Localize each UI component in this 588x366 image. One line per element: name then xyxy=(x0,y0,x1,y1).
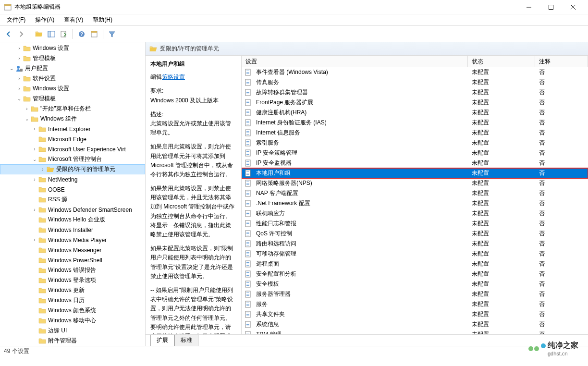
tree-item[interactable]: ›管理模板 xyxy=(0,53,145,63)
properties-button[interactable] xyxy=(88,28,100,40)
tree-item[interactable]: Windows Messenger xyxy=(0,245,145,255)
cell-state: 未配置 xyxy=(468,139,535,147)
menu-view[interactable]: 查看(V) xyxy=(59,14,88,25)
minimize-button[interactable] xyxy=(518,0,540,14)
tree-item[interactable]: ›Windows 设置 xyxy=(0,84,145,94)
tree-item[interactable]: ⌄Microsoft 管理控制台 xyxy=(0,154,145,164)
menu-file[interactable]: 文件(F) xyxy=(2,14,30,25)
tree-item[interactable]: 边缘 UI xyxy=(0,326,145,336)
col-setting[interactable]: 设置 xyxy=(242,56,468,67)
tree-toggle-icon[interactable]: › xyxy=(31,126,38,132)
menu-action[interactable]: 操作(A) xyxy=(30,14,59,25)
col-state[interactable]: 状态 xyxy=(468,56,535,67)
tree-item[interactable]: ›Microsoft User Experience Virt xyxy=(0,144,145,154)
tree-item[interactable]: RSS 源 xyxy=(0,195,145,205)
list-row[interactable]: 安全模板未配置否 xyxy=(242,279,588,289)
list-row[interactable]: QoS 许可控制未配置否 xyxy=(242,229,588,239)
tree-item[interactable]: ⌄Windows 组件 xyxy=(0,114,145,124)
list-row[interactable]: 路由和远程访问未配置否 xyxy=(242,239,588,249)
tree-toggle-icon[interactable]: ⌄ xyxy=(15,96,23,101)
filter-button[interactable] xyxy=(106,28,118,40)
tree-item[interactable]: Windows Hello 企业版 xyxy=(0,215,145,225)
tree-toggle-icon[interactable]: › xyxy=(39,167,47,172)
maximize-button[interactable] xyxy=(540,0,562,14)
desc-text-3: 如果禁用此策略设置，则禁止使用该管理单元，并且无法将其添加到 Microsoft… xyxy=(150,184,236,239)
tree-item[interactable]: 附件管理器 xyxy=(0,336,145,346)
show-hide-tree-button[interactable] xyxy=(46,28,57,40)
list-row[interactable]: 事件查看器 (Windows Vista)未配置否 xyxy=(242,67,588,77)
tree-item[interactable]: ›软件设置 xyxy=(0,73,145,84)
tree-toggle-icon[interactable]: › xyxy=(31,207,38,212)
back-button[interactable] xyxy=(3,28,14,40)
tree-item[interactable]: Windows 颜色系统 xyxy=(0,305,145,316)
tree-item[interactable]: Windows Installer xyxy=(0,225,145,235)
list-row[interactable]: IP 安全监视器未配置否 xyxy=(242,158,588,168)
tree-item[interactable]: Windows 移动中心 xyxy=(0,316,145,326)
tree-item[interactable]: Windows 日历 xyxy=(0,295,145,305)
tree-item[interactable]: ›NetMeeting xyxy=(0,174,145,184)
tree-item[interactable]: Windows 登录选项 xyxy=(0,275,145,285)
tree-item[interactable]: Microsoft Edge xyxy=(0,134,145,144)
list-row[interactable]: 共享文件夹未配置否 xyxy=(242,309,588,319)
list-row[interactable]: .Net Framework 配置未配置否 xyxy=(242,198,588,208)
tree-item[interactable]: Windows 更新 xyxy=(0,285,145,295)
list-row[interactable]: 性能日志和警报未配置否 xyxy=(242,219,588,229)
tree-item[interactable]: ›"开始"菜单和任务栏 xyxy=(0,104,145,114)
tree-toggle-icon[interactable]: › xyxy=(31,177,38,182)
tree-item[interactable]: Windows 错误报告 xyxy=(0,265,145,275)
list-row[interactable]: Internet 信息服务未配置否 xyxy=(242,128,588,138)
tree-item[interactable]: ›受限的/许可的管理单元 xyxy=(0,164,145,174)
cell-setting: 服务器管理器 xyxy=(252,290,468,298)
tree-toggle-icon[interactable]: ⌄ xyxy=(8,66,15,71)
cell-note: 否 xyxy=(535,88,588,97)
list-row[interactable]: Internet 身份验证服务 (IAS)未配置否 xyxy=(242,118,588,128)
list-row[interactable]: 远程桌面未配置否 xyxy=(242,259,588,269)
help-button[interactable]: ? xyxy=(76,28,87,40)
list-row[interactable]: 健康注册机构(HRA)未配置否 xyxy=(242,108,588,118)
list-row[interactable]: NAP 客户端配置未配置否 xyxy=(242,188,588,198)
tree-toggle-icon[interactable]: › xyxy=(31,146,38,152)
cell-note: 否 xyxy=(535,109,588,117)
list-row[interactable]: 服务器管理器未配置否 xyxy=(242,289,588,299)
tab-standard[interactable]: 标准 xyxy=(174,335,198,346)
tree-toggle-icon[interactable]: › xyxy=(15,56,23,61)
list-row[interactable]: 安全配置和分析未配置否 xyxy=(242,269,588,279)
tree-toggle-icon[interactable]: › xyxy=(15,86,23,91)
tree-toggle-icon[interactable]: › xyxy=(23,106,31,111)
tree-item[interactable]: OOBE xyxy=(0,184,145,195)
list-row[interactable]: 可移动存储管理未配置否 xyxy=(242,249,588,259)
tree-item[interactable]: ⌄管理模板 xyxy=(0,94,145,104)
tree-toggle-icon[interactable]: ⌄ xyxy=(23,116,31,122)
list-row[interactable]: IP 安全策略管理未配置否 xyxy=(242,148,588,158)
list-row[interactable]: 系统信息未配置否 xyxy=(242,319,588,329)
list-row[interactable]: 故障转移群集管理器未配置否 xyxy=(242,87,588,98)
list-row[interactable]: TPM 管理未配置否 xyxy=(242,329,588,334)
tree-item[interactable]: ⌄用户配置 xyxy=(0,63,145,73)
forward-button[interactable] xyxy=(15,28,27,40)
tree-panel: ›Windows 设置›管理模板⌄用户配置›软件设置›Windows 设置⌄管理… xyxy=(0,42,146,346)
col-note[interactable]: 注释 xyxy=(535,56,588,67)
list-row[interactable]: 本地用户和组未配置否 xyxy=(242,168,588,178)
list-row[interactable]: 传真服务未配置否 xyxy=(242,77,588,87)
list-row[interactable]: FrontPage 服务器扩展未配置否 xyxy=(242,98,588,108)
up-button[interactable] xyxy=(33,28,45,40)
tree-item[interactable]: ›Windows Media Player xyxy=(0,235,145,245)
menu-help[interactable]: 帮助(H) xyxy=(88,14,117,25)
export-button[interactable] xyxy=(58,28,70,40)
tree-item[interactable]: ›Windows Defender SmartScreen xyxy=(0,205,145,215)
tree-toggle-icon[interactable]: › xyxy=(15,76,23,81)
edit-policy-link[interactable]: 策略设置 xyxy=(162,73,185,80)
tab-extended[interactable]: 扩展 xyxy=(150,335,174,346)
close-button[interactable] xyxy=(562,0,584,14)
list-row[interactable]: 索引服务未配置否 xyxy=(242,138,588,148)
tree-item[interactable]: Windows PowerShell xyxy=(0,255,145,265)
list-row[interactable]: 服务未配置否 xyxy=(242,299,588,309)
tree-toggle-icon[interactable]: › xyxy=(15,46,23,51)
tree-item[interactable]: ›Internet Explorer xyxy=(0,124,145,134)
tree-toggle-icon[interactable]: ⌄ xyxy=(31,157,38,162)
tree-item[interactable]: ›Windows 设置 xyxy=(0,43,145,53)
cell-setting: .Net Framework 配置 xyxy=(252,199,468,207)
list-row[interactable]: 联机响应方未配置否 xyxy=(242,208,588,219)
tree-toggle-icon[interactable]: › xyxy=(31,237,38,243)
list-row[interactable]: 网络策略服务器(NPS)未配置否 xyxy=(242,178,588,188)
